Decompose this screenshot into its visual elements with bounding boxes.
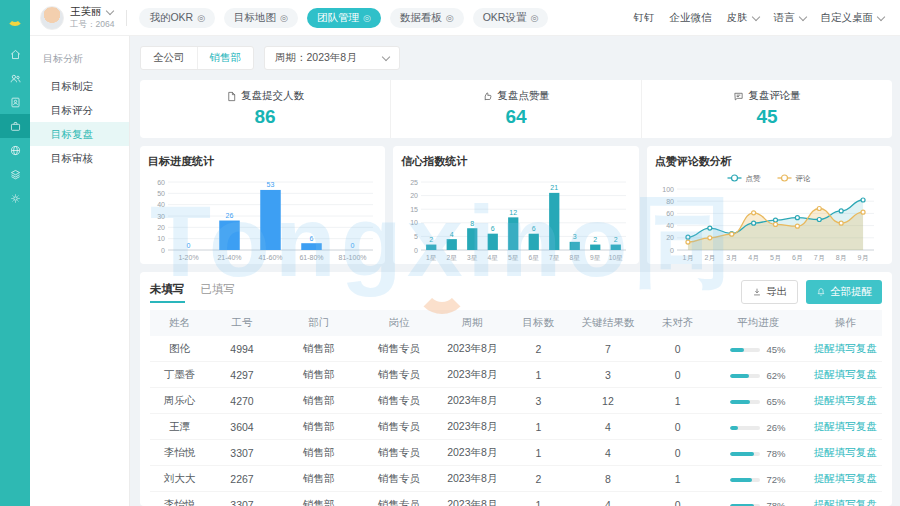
remind-fill-link[interactable]: 提醒填写复盘	[814, 368, 877, 380]
table-actions: 导出 全部提醒	[741, 280, 882, 304]
id-card-icon	[9, 96, 22, 109]
topbar-tab[interactable]: 目标地图◎	[224, 8, 298, 28]
export-label: 导出	[766, 285, 787, 299]
rail-network[interactable]	[0, 138, 30, 162]
progress-label: 78%	[766, 500, 785, 506]
sidebar: 目标分析 目标制定目标评分目标复盘目标审核	[30, 36, 130, 506]
topbar-tabs: 我的OKR◎目标地图◎团队管理◎数据看板◎OKR设置◎	[139, 8, 548, 28]
remind-fill-link[interactable]: 提醒填写复盘	[814, 420, 877, 432]
menu-item-label: 皮肤	[727, 11, 748, 25]
progress-bar	[730, 374, 760, 378]
remind-fill-link[interactable]: 提醒填写复盘	[814, 394, 877, 406]
progress-label: 45%	[766, 344, 785, 355]
table-tab[interactable]: 未填写	[150, 282, 185, 303]
rail-profile-doc[interactable]	[0, 90, 30, 114]
svg-text:6: 6	[310, 235, 314, 242]
export-button[interactable]: 导出	[741, 280, 798, 304]
sidebar-item[interactable]: 目标制定	[30, 74, 129, 98]
topbar-menu-item[interactable]: 皮肤	[727, 11, 759, 25]
svg-text:6: 6	[491, 225, 495, 232]
svg-text:9星: 9星	[590, 254, 601, 261]
sidebar-item[interactable]: 目标审核	[30, 146, 129, 170]
topbar-menu: 钉钉企业微信皮肤语言自定义桌面	[634, 11, 885, 25]
svg-text:3月: 3月	[726, 254, 737, 262]
table-cell: 2	[509, 336, 568, 362]
app-logo[interactable]	[0, 0, 30, 36]
scope-dept-button[interactable]: 销售部	[197, 47, 254, 69]
table-card: 未填写已填写 导出 全部提醒 姓名工号部门岗位周期目标数关键结果数未对齐平均进度…	[140, 272, 892, 506]
svg-text:6星: 6星	[529, 254, 540, 261]
column-header: 工号	[209, 310, 275, 336]
scope-all-button[interactable]: 全公司	[141, 47, 197, 69]
table-header: 姓名工号部门岗位周期目标数关键结果数未对齐平均进度操作	[150, 310, 882, 336]
table-cell: 4	[568, 492, 648, 506]
svg-text:3星: 3星	[467, 254, 478, 261]
sidebar-items: 目标制定目标评分目标复盘目标审核	[30, 74, 129, 170]
chart-title: 点赞评论数分析	[655, 154, 884, 169]
rail-settings[interactable]	[0, 186, 30, 210]
svg-text:3: 3	[573, 233, 577, 240]
table-cell: 3307	[209, 492, 275, 506]
table-cell: 销售专员	[362, 466, 435, 492]
svg-text:8星: 8星	[570, 254, 581, 261]
remind-fill-link[interactable]: 提醒填写复盘	[814, 498, 877, 506]
sidebar-item[interactable]: 目标复盘	[30, 122, 129, 146]
table-cell: 周乐心	[150, 388, 209, 414]
progress-cell: 45%	[707, 336, 809, 362]
rail-home[interactable]	[0, 42, 30, 66]
column-header: 姓名	[150, 310, 209, 336]
period-select[interactable]: 周期：2023年8月	[264, 46, 400, 70]
topbar-menu-item[interactable]: 企业微信	[670, 11, 712, 25]
user-id: 工号：2064	[70, 20, 114, 29]
svg-text:60: 60	[157, 179, 165, 186]
document-icon	[226, 91, 237, 102]
remind-fill-link[interactable]: 提醒填写复盘	[814, 472, 877, 484]
topbar-menu-item[interactable]: 钉钉	[634, 11, 655, 25]
svg-text:53: 53	[267, 181, 275, 188]
table-tab[interactable]: 已填写	[201, 282, 236, 303]
topbar-tab-label: OKR设置	[483, 11, 527, 25]
sidebar-item[interactable]: 目标评分	[30, 98, 129, 122]
table-cell: 3	[509, 388, 568, 414]
remind-all-button[interactable]: 全部提醒	[806, 280, 882, 304]
progress-cell: 62%	[707, 362, 809, 388]
topbar-tab[interactable]: 数据看板◎	[390, 8, 464, 28]
topbar-menu-item[interactable]: 自定义桌面	[821, 11, 885, 25]
rail-team[interactable]	[0, 66, 30, 90]
stat-comments: 复盘评论量 45	[642, 80, 892, 138]
table-cell: 4297	[209, 362, 275, 388]
remind-fill-link[interactable]: 提醒填写复盘	[814, 446, 877, 458]
avatar[interactable]	[40, 6, 64, 30]
confidence-bar-chart: 051015202521星42星83星64星125星66星217星38星29星2…	[401, 171, 630, 263]
briefcase-icon	[9, 120, 22, 133]
topbar-tab[interactable]: 我的OKR◎	[139, 8, 215, 28]
rail-layers[interactable]	[0, 162, 30, 186]
progress-bar	[730, 478, 760, 482]
svg-text:80: 80	[666, 198, 674, 205]
user-info[interactable]: 王芙丽 工号：2064	[70, 6, 114, 29]
svg-text:50: 50	[157, 190, 165, 197]
stat-value: 64	[391, 106, 641, 128]
column-header: 平均进度	[707, 310, 809, 336]
chevron-down-icon	[877, 12, 885, 20]
topbar-tab[interactable]: 团队管理◎	[307, 8, 381, 28]
svg-text:5星: 5星	[508, 254, 519, 261]
rail-workspace[interactable]	[0, 114, 30, 138]
charts-row: 目标进度统计 010203040506001-20%2621-40%5341-6…	[140, 146, 892, 264]
topbar-menu-item[interactable]: 语言	[774, 11, 806, 25]
gear-icon	[9, 192, 22, 205]
progress-label: 26%	[766, 422, 785, 433]
column-header: 未对齐	[648, 310, 707, 336]
table-cell: 销售专员	[362, 414, 435, 440]
topbar-tab[interactable]: OKR设置◎	[473, 8, 549, 28]
table-cell: 12	[568, 388, 648, 414]
chart-confidence: 信心指数统计 051015202521星42星83星64星125星66星217星…	[393, 146, 638, 264]
remind-fill-link[interactable]: 提醒填写复盘	[814, 342, 877, 354]
menu-item-label: 自定义桌面	[821, 11, 874, 25]
table-cell: 2023年8月	[436, 362, 509, 388]
svg-text:2: 2	[614, 236, 618, 243]
table-row: 刘大大2267销售部销售专员2023年8月28172%提醒填写复盘	[150, 466, 882, 492]
progress-bar	[730, 348, 760, 352]
column-header: 目标数	[509, 310, 568, 336]
table-cell: 3604	[209, 414, 275, 440]
